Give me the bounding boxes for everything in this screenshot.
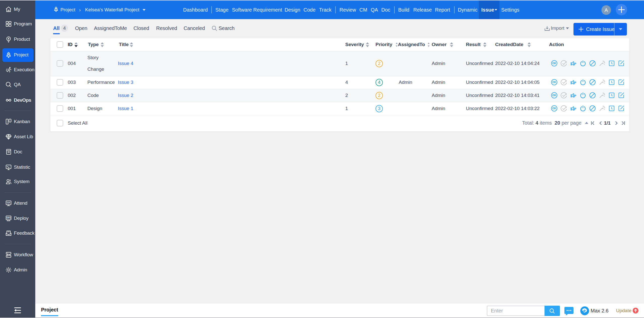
svg-text:OA: OA — [7, 201, 10, 204]
svg-text:OK: OK — [552, 94, 556, 97]
svg-text:OK: OK — [552, 107, 556, 110]
svg-text:OPS: OPS — [7, 217, 11, 219]
svg-text:OK: OK — [552, 81, 556, 84]
svg-text:OK: OK — [552, 62, 556, 65]
